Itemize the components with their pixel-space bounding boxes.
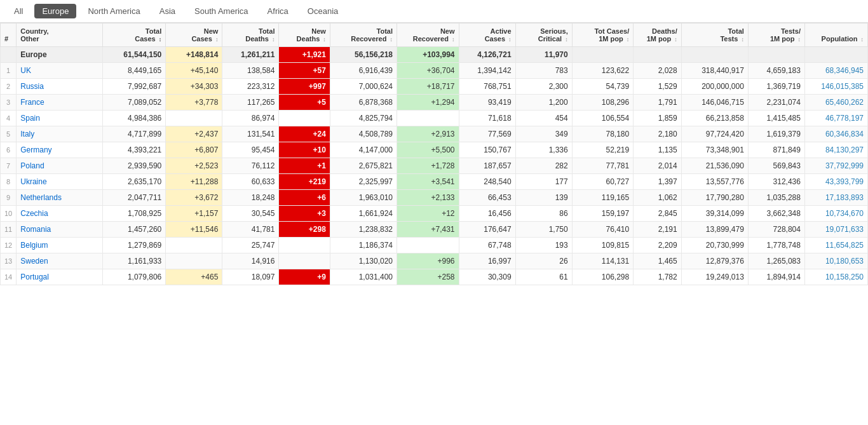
row-population: 68,346,945: [804, 63, 867, 79]
row-new-deaths: +219: [279, 174, 330, 190]
country-link[interactable]: UK: [20, 66, 31, 75]
country-link[interactable]: Belgium: [20, 241, 48, 250]
europe-total-tests: [681, 47, 748, 63]
country-link[interactable]: Ukraine: [20, 177, 46, 186]
col-header-new-deaths[interactable]: NewDeaths ↕: [279, 24, 330, 47]
col-header-total-deaths[interactable]: TotalDeaths ↕: [222, 24, 279, 47]
col-header-num[interactable]: #: [1, 24, 17, 47]
row-tests1m: 2,231,074: [748, 95, 804, 111]
tab-all[interactable]: All: [6, 4, 31, 18]
europe-num: [1, 47, 17, 63]
country-link[interactable]: Netherlands: [20, 193, 62, 202]
col-header-deaths1m[interactable]: Deaths/1M pop ↕: [634, 24, 682, 47]
row-country: Poland: [17, 158, 103, 174]
col-header-serious[interactable]: Serious,Critical ↕: [515, 24, 572, 47]
row-serious: 26: [515, 253, 572, 269]
table-row: 7Poland2,939,590+2,52376,112+12,675,821+…: [1, 158, 868, 174]
tab-africa[interactable]: Africa: [260, 4, 296, 18]
country-link[interactable]: Russia: [20, 82, 44, 91]
row-deaths1m: 1,465: [634, 253, 682, 269]
tab-asia[interactable]: Asia: [152, 4, 183, 18]
row-new-deaths: [279, 238, 330, 253]
tab-europe[interactable]: Europe: [34, 4, 76, 18]
row-population: 46,778,197: [804, 111, 867, 126]
row-new-deaths: +298: [279, 222, 330, 238]
row-tot1m: 109,815: [572, 238, 634, 253]
row-serious: 783: [515, 63, 572, 79]
row-num: 4: [1, 111, 17, 126]
col-header-active-cases[interactable]: ActiveCases ↕: [459, 24, 515, 47]
row-total-tests: 146,046,715: [681, 95, 748, 111]
row-tot1m: 123,622: [572, 63, 634, 79]
row-population: 10,180,653: [804, 253, 867, 269]
sort-icon-active-cases: ↕: [508, 36, 512, 43]
table-row: 6Germany4,393,221+6,80795,454+104,147,00…: [1, 142, 868, 158]
table-row: 13Sweden1,161,93314,9161,130,020+99616,9…: [1, 253, 868, 269]
row-total-recovered: 4,825,794: [330, 111, 397, 126]
row-num: 12: [1, 238, 17, 253]
europe-new-deaths: +1,921: [279, 47, 330, 63]
col-header-new-cases[interactable]: NewCases ↕: [166, 24, 222, 47]
row-tests1m: 3,662,348: [748, 206, 804, 222]
table-row: 9Netherlands2,047,711+3,67218,248+61,963…: [1, 190, 868, 206]
col-header-total-tests[interactable]: TotalTests ↕: [681, 24, 748, 47]
col-header-tests1m[interactable]: Tests/1M pop ↕: [748, 24, 804, 47]
row-new-cases: +34,303: [166, 79, 222, 95]
row-active-cases: 176,647: [459, 222, 515, 238]
row-total-cases: 1,079,806: [103, 269, 166, 285]
row-serious: 193: [515, 238, 572, 253]
row-tot1m: 106,554: [572, 111, 634, 126]
row-country: Sweden: [17, 253, 103, 269]
row-tests1m: 569,843: [748, 158, 804, 174]
country-link[interactable]: Czechia: [20, 209, 48, 218]
country-link[interactable]: France: [20, 98, 44, 107]
row-total-tests: 17,790,280: [681, 190, 748, 206]
row-tests1m: 1,035,288: [748, 190, 804, 206]
col-header-tot1m[interactable]: Tot Cases/1M pop ↕: [572, 24, 634, 47]
row-deaths1m: 2,191: [634, 222, 682, 238]
row-new-recovered: [397, 111, 459, 126]
country-link[interactable]: Spain: [20, 114, 40, 123]
col-header-population[interactable]: Population ↕: [804, 24, 867, 47]
row-total-cases: 8,449,165: [103, 63, 166, 79]
row-tests1m: 1,369,719: [748, 79, 804, 95]
col-header-country[interactable]: Country,Other: [17, 24, 103, 47]
row-total-recovered: 6,878,368: [330, 95, 397, 111]
row-new-cases: +2,437: [166, 126, 222, 142]
row-tot1m: 106,298: [572, 269, 634, 285]
country-link[interactable]: Sweden: [20, 257, 48, 266]
row-total-cases: 2,047,711: [103, 190, 166, 206]
country-link[interactable]: Romania: [20, 225, 51, 234]
tab-north-america[interactable]: North America: [80, 4, 147, 18]
row-population: 11,654,825: [804, 238, 867, 253]
col-header-total-recovered[interactable]: TotalRecovered ↕: [330, 24, 397, 47]
col-header-new-recovered[interactable]: NewRecovered ↕: [397, 24, 459, 47]
row-total-deaths: 18,248: [222, 190, 279, 206]
row-total-deaths: 30,545: [222, 206, 279, 222]
row-total-deaths: 117,265: [222, 95, 279, 111]
row-total-tests: 21,536,090: [681, 158, 748, 174]
sort-icon-deaths1m: ↕: [674, 36, 677, 43]
row-total-deaths: 41,781: [222, 222, 279, 238]
row-num: 14: [1, 269, 17, 285]
row-tests1m: 871,849: [748, 142, 804, 158]
row-new-recovered: +18,717: [397, 79, 459, 95]
country-link[interactable]: Poland: [20, 161, 44, 170]
sort-icon-population: ↕: [861, 36, 864, 43]
sort-icon-tests1m: ↕: [797, 36, 801, 43]
row-new-recovered: +258: [397, 269, 459, 285]
tab-south-america[interactable]: South America: [187, 4, 256, 18]
country-link[interactable]: Germany: [20, 145, 51, 154]
country-link[interactable]: Portugal: [20, 273, 49, 281]
row-num: 2: [1, 79, 17, 95]
sort-icon-total-recovered: ↕: [390, 36, 393, 43]
col-header-total-cases[interactable]: TotalCases ↕: [103, 24, 166, 47]
row-new-deaths: +24: [279, 126, 330, 142]
sort-icon-serious: ↕: [565, 36, 568, 43]
europe-new-cases: +148,814: [166, 47, 222, 63]
row-total-cases: 4,984,386: [103, 111, 166, 126]
tab-oceania[interactable]: Oceania: [300, 4, 346, 18]
row-total-tests: 20,730,999: [681, 238, 748, 253]
row-tests1m: 728,804: [748, 222, 804, 238]
country-link[interactable]: Italy: [20, 130, 34, 138]
